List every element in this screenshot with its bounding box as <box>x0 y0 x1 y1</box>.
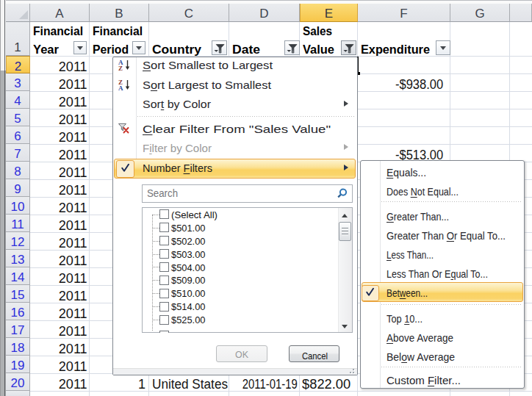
svg-text:Z: Z <box>118 65 123 71</box>
svg-text:A: A <box>118 84 123 90</box>
